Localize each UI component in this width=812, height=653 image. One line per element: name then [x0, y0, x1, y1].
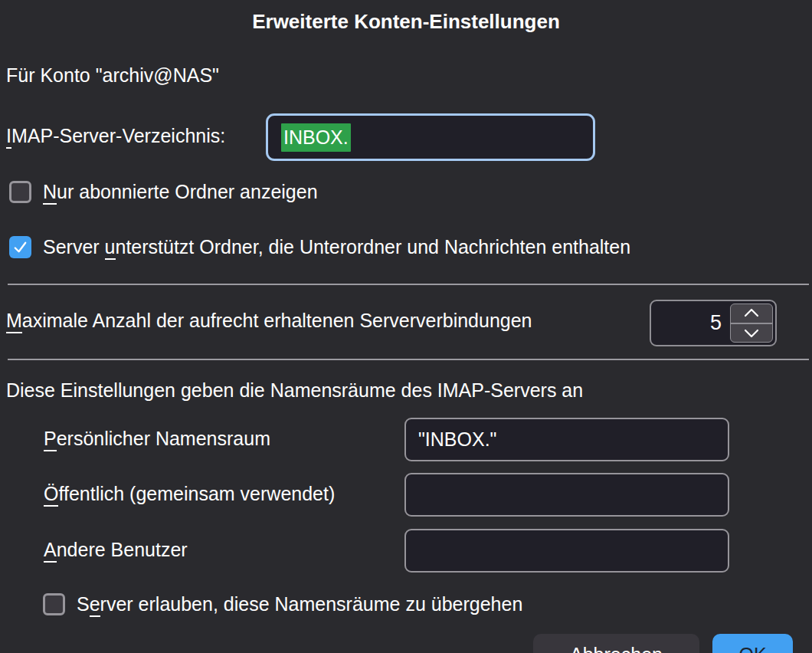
- subfolders-row: Server unterstützt Ordner, die Unterordn…: [9, 236, 630, 258]
- personal-namespace-input[interactable]: "INBOX.": [404, 418, 729, 461]
- checkmark-icon: [11, 238, 29, 256]
- subscribed-only-row: Nur abonnierte Ordner anzeigen: [9, 181, 318, 203]
- subscribed-only-label: Nur abonnierte Ordner anzeigen: [43, 181, 318, 203]
- imap-directory-label: IMAP-Server-Verzeichnis:: [6, 125, 225, 147]
- spin-buttons: [730, 304, 773, 343]
- separator: [8, 359, 809, 360]
- subfolders-label: Server unterstützt Ordner, die Unterordn…: [43, 236, 630, 258]
- override-namespaces-row: Server erlauben, diese Namensräume zu üb…: [43, 593, 522, 615]
- max-connections-spinner[interactable]: 5: [650, 300, 777, 346]
- cancel-button[interactable]: Abbrechen: [533, 634, 699, 653]
- imap-directory-input[interactable]: INBOX.: [266, 113, 595, 161]
- other-users-namespace-label: Andere Benutzer: [44, 539, 188, 561]
- subfolders-checkbox[interactable]: [9, 236, 31, 258]
- spinner-value: 5: [710, 301, 722, 345]
- namespaces-heading: Diese Einstellungen geben die Namensräum…: [6, 379, 583, 402]
- public-namespace-label: Öffentlich (gemeinsam verwendet): [44, 483, 335, 505]
- spin-down-button[interactable]: [731, 324, 772, 343]
- subscribed-only-checkbox[interactable]: [9, 181, 31, 203]
- override-namespaces-label: Server erlauben, diese Namensräume zu üb…: [77, 593, 522, 615]
- dialog-title: Erweiterte Konten-Einstellungen: [0, 10, 812, 34]
- ok-button[interactable]: OK: [712, 634, 793, 653]
- other-users-namespace-input[interactable]: [404, 529, 729, 573]
- chevron-down-icon: [742, 327, 761, 339]
- max-connections-label: Maximale Anzahl der aufrecht erhaltenen …: [6, 310, 532, 332]
- advanced-account-settings-dialog: Erweiterte Konten-Einstellungen Für Kont…: [0, 0, 812, 653]
- account-label: Für Konto "archiv@NAS": [6, 64, 219, 87]
- separator: [8, 284, 809, 285]
- public-namespace-input[interactable]: [404, 473, 729, 517]
- selected-text: INBOX.: [281, 123, 351, 152]
- spin-up-button[interactable]: [731, 304, 772, 324]
- personal-namespace-label: Persönlicher Namensraum: [44, 428, 270, 450]
- override-namespaces-checkbox[interactable]: [43, 593, 65, 615]
- chevron-up-icon: [742, 307, 761, 319]
- access-key: I: [6, 125, 11, 149]
